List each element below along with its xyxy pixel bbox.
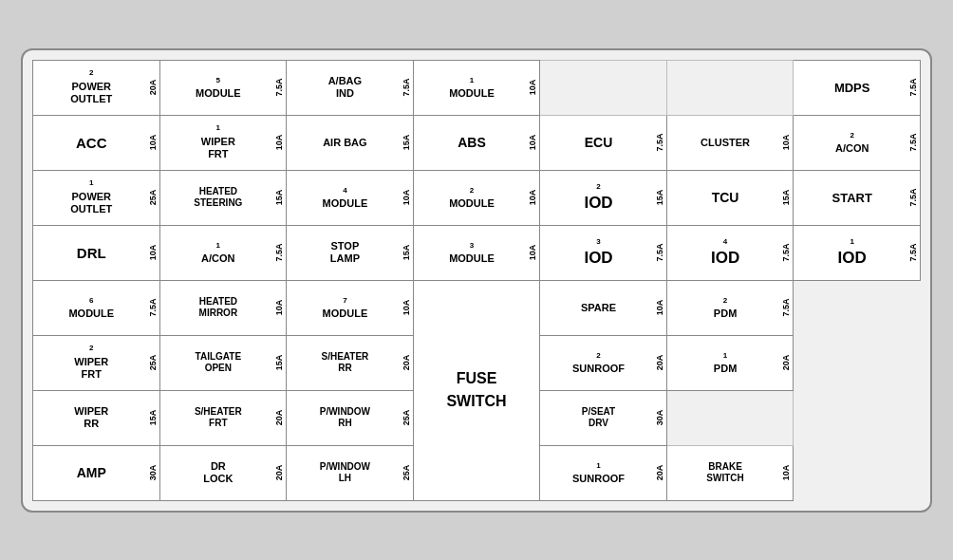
fuse-box: 2 POWEROUTLET 20A 5 MODULE 7.5A [21, 48, 932, 513]
